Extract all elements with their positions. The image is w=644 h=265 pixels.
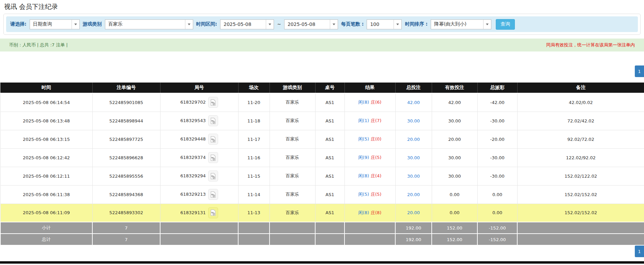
grand-total-row-cell: [238, 234, 270, 245]
game-type-label: 游戏类别: [83, 21, 102, 27]
video-replay-icon[interactable]: [208, 207, 218, 218]
bet-time-cell: 2025-05-08 06:11:09: [0, 204, 92, 222]
round-number: 618329702: [180, 100, 205, 105]
result-cell: 闲(9)庄(5): [344, 148, 395, 167]
date-range-tilde: ~: [277, 21, 281, 27]
round-cell: 618329374: [160, 148, 238, 167]
page-size-label: 每页笔数 :: [341, 21, 364, 27]
table-number-cell: AS1: [315, 185, 344, 204]
chevron-down-icon[interactable]: [394, 20, 401, 29]
filter-bar: 请选择: 日期查询 游戏类别 百家乐 时间区间: 2025-05-08 ~ 20…: [6, 16, 638, 32]
betting-records-table: 时间注单编号局号场次游戏类别桌号结果总投注有效投注总派彩备注 2025-05-0…: [0, 83, 644, 246]
bet-time-cell: 2025-05-08 06:12:42: [0, 148, 92, 167]
table-row: 2025-05-08 06:13:48 522485898944 6183295…: [0, 112, 644, 130]
pagination-page-1-top[interactable]: 1: [635, 65, 644, 77]
bet-time-cell: 2025-05-08 06:13:15: [0, 130, 92, 148]
total-bet-link[interactable]: 30.00: [407, 155, 420, 160]
video-replay-icon[interactable]: [208, 171, 218, 181]
grand-total-row-cell: [315, 234, 344, 245]
grand-total-row: 总计7192.00152.00-152.00: [0, 234, 644, 245]
table-row: 2025-05-08 06:12:42 522485896628 6183293…: [0, 148, 644, 167]
pagination-top-area: 1: [0, 51, 644, 83]
chevron-down-icon[interactable]: [185, 20, 193, 29]
video-replay-icon[interactable]: [208, 115, 218, 126]
video-replay-icon[interactable]: [208, 97, 218, 108]
bet-time-cell: 2025-05-08 06:11:38: [0, 185, 92, 204]
pagination-page-1-bottom[interactable]: 1: [635, 246, 644, 257]
footer-bar: [0, 261, 644, 264]
page-size-select[interactable]: 100: [367, 19, 402, 29]
bet-id-cell: 522485893302: [92, 204, 160, 222]
chevron-down-icon[interactable]: [330, 20, 338, 29]
time-sort-label: 时间排序 :: [405, 21, 427, 27]
game-type-cell: 百家乐: [270, 167, 315, 185]
total-bet-link[interactable]: 20.00: [407, 137, 420, 142]
total-bet-cell: 30.00: [395, 167, 432, 185]
round-number: 618329131: [180, 210, 205, 215]
video-replay-icon[interactable]: [208, 134, 218, 145]
game-type-cell: 百家乐: [270, 148, 315, 167]
date-from-select[interactable]: 2025-05-08: [220, 19, 274, 29]
subtotal-row-cell: [315, 222, 344, 234]
table-number-cell: AS1: [315, 130, 344, 148]
session-cell: 11-14: [238, 185, 270, 204]
round-number: 618329213: [180, 192, 205, 197]
date-to-select[interactable]: 2025-05-08: [284, 19, 338, 29]
result-cell: 闲(5)庄(0): [344, 130, 395, 148]
game-type-select[interactable]: 百家乐: [105, 19, 193, 29]
video-replay-icon[interactable]: [208, 189, 218, 200]
session-cell: 11-18: [238, 112, 270, 130]
column-header: 桌号: [315, 83, 344, 93]
result-player: 闲(8): [358, 210, 369, 215]
total-bet-link[interactable]: 20.00: [407, 192, 420, 197]
table-number-cell: AS1: [315, 167, 344, 185]
column-header: 游戏类别: [270, 83, 315, 93]
total-bet-link[interactable]: 30.00: [407, 174, 420, 179]
search-button[interactable]: 查询: [496, 19, 515, 30]
result-cell: 闲(8)庄(4): [344, 167, 395, 185]
game-type-value: 百家乐: [105, 20, 185, 29]
total-bet-link[interactable]: 42.00: [407, 100, 420, 105]
result-player: 闲(9): [358, 155, 369, 160]
bet-id-cell: 522485895556: [92, 167, 160, 185]
remark-cell: 122.02/92.02: [517, 148, 644, 167]
grand-total-row-cell: -152.00: [477, 234, 517, 245]
grand-total-row-cell: [160, 234, 238, 245]
bet-id-cell: 522485897725: [92, 130, 160, 148]
time-sort-select[interactable]: 降幂(由大到小): [431, 19, 491, 29]
round-number: 618329294: [180, 173, 205, 178]
summary-bar: 币别 : 人民币 | 总共 :7 注单 | 同局有效投注，统一计算在该局第一张注…: [0, 39, 644, 51]
chevron-down-icon[interactable]: [266, 20, 274, 29]
table-row: 2025-05-08 06:11:09 522485893302 6183291…: [0, 204, 644, 222]
session-cell: 11-20: [238, 93, 270, 112]
query-type-value: 日期查询: [30, 20, 72, 29]
valid-bet-cell: 20.00: [432, 130, 477, 148]
valid-bet-cell: 42.00: [432, 93, 477, 112]
valid-bet-cell: 0.00: [432, 185, 477, 204]
remark-cell: 152.02/152.02: [517, 185, 644, 204]
table-row: 2025-05-08 06:11:38 522485894368 6183292…: [0, 185, 644, 204]
chevron-down-icon[interactable]: [483, 20, 491, 29]
grand-total-row-cell: [344, 234, 395, 245]
result-player: 闲(8): [358, 173, 369, 178]
result-player: 闲(5): [358, 136, 369, 142]
round-cell: 618329131: [160, 204, 238, 222]
column-header: 备注: [517, 83, 644, 93]
game-type-cell: 百家乐: [270, 130, 315, 148]
total-bet-link[interactable]: 30.00: [407, 118, 420, 123]
time-sort-value: 降幂(由大到小): [431, 20, 483, 29]
chevron-down-icon[interactable]: [72, 20, 79, 29]
table-number-cell: AS1: [315, 204, 344, 222]
video-replay-icon[interactable]: [208, 152, 218, 163]
payout-cell: -30.00: [477, 112, 517, 130]
payout-cell: 0.00: [477, 204, 517, 222]
pagination-bottom-area: 1: [0, 246, 644, 264]
payout-cell: -30.00: [477, 148, 517, 167]
valid-bet-cell: 30.00: [432, 112, 477, 130]
column-header: 时间: [0, 83, 92, 93]
bet-id-cell: 522485896628: [92, 148, 160, 167]
payout-cell: 0.00: [477, 185, 517, 204]
game-type-cell: 百家乐: [270, 204, 315, 222]
query-type-select[interactable]: 日期查询: [30, 19, 80, 29]
total-bet-link[interactable]: 20.00: [407, 210, 420, 215]
